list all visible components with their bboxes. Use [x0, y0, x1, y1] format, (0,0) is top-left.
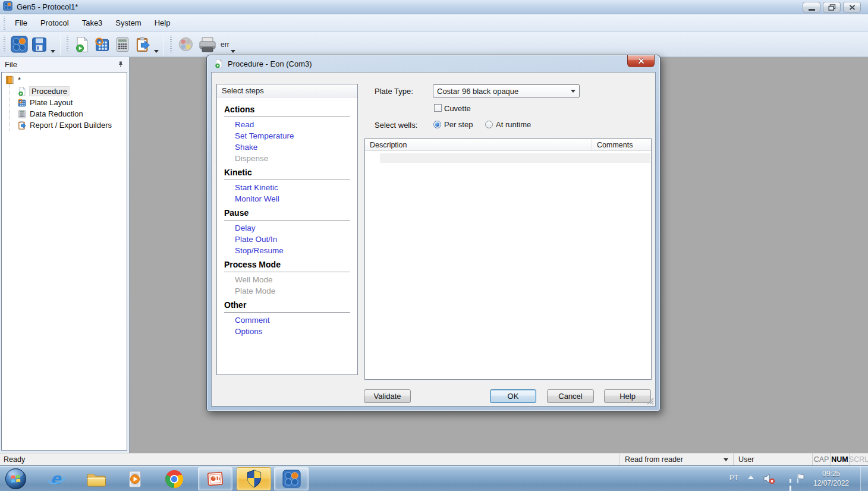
column-comments: Comments — [592, 139, 651, 150]
internet-explorer-icon: e — [46, 469, 67, 489]
step-set-temperature[interactable]: Set Temperature — [224, 130, 350, 141]
print-dropdown-caret[interactable] — [231, 50, 235, 53]
menu-help[interactable]: Help — [148, 17, 177, 30]
radio-button-icon — [433, 121, 441, 128]
cancel-button[interactable]: Cancel — [547, 389, 594, 403]
section-actions: Actions — [224, 105, 350, 115]
data-reduction-button[interactable] — [112, 34, 133, 55]
step-comment[interactable]: Comment — [224, 314, 350, 326]
procedure-doc-icon — [74, 36, 90, 53]
calculator-icon — [114, 36, 131, 53]
menu-file[interactable]: File — [8, 17, 34, 30]
restore-button[interactable] — [823, 2, 841, 12]
status-user-label: User — [738, 455, 754, 464]
sidebar-item-label: Data Reduction — [30, 109, 83, 118]
tray-clock[interactable]: 09:25 12/07/2022 — [805, 469, 857, 488]
plate-type-value: Costar 96 black opaque — [437, 87, 518, 96]
plate-type-select[interactable]: Costar 96 black opaque — [433, 84, 580, 97]
views-dropdown-caret[interactable] — [154, 50, 159, 53]
svg-text:e: e — [51, 470, 62, 487]
section-rule — [224, 220, 350, 221]
window-controls — [803, 2, 861, 12]
toolbar: err — [0, 32, 868, 57]
radio-per-step[interactable]: Per step — [433, 120, 473, 129]
menu-take3[interactable]: Take3 — [76, 17, 109, 30]
plate-type-label: Plate Type: — [375, 87, 413, 96]
save-button[interactable] — [29, 34, 49, 55]
toolbar-grip — [170, 36, 172, 53]
new-protocol-button[interactable] — [9, 34, 29, 55]
sidebar-item-report-export[interactable]: Report / Export Builders — [2, 119, 127, 131]
tray-time: 09:25 — [805, 469, 857, 479]
reader-select[interactable]: Read from reader — [619, 454, 733, 465]
minimize-icon — [809, 9, 815, 11]
sidebar-item-procedure[interactable]: Procedure — [2, 86, 127, 97]
sidebar-item-plate-layout[interactable]: Plate Layout — [2, 97, 127, 108]
step-plate-out-in[interactable]: Plate Out/In — [224, 234, 350, 245]
menu-system[interactable]: System — [109, 17, 147, 30]
dialog-titlebar: Procedure - Eon (Com3) — [207, 55, 660, 72]
menu-protocol[interactable]: Protocol — [34, 17, 76, 30]
tree-root[interactable]: * — [2, 74, 127, 86]
minimize-button[interactable] — [803, 2, 820, 12]
network-signal-icon[interactable] — [790, 474, 792, 491]
reader-select-value: Read from reader — [625, 455, 683, 464]
powerpoint-taskbar-button[interactable] — [198, 467, 232, 490]
select-wells-label: Select wells: — [375, 121, 417, 130]
export-clipboard-icon — [134, 36, 151, 53]
section-process-mode: Process Mode — [224, 260, 350, 270]
language-indicator[interactable]: PT — [729, 474, 738, 482]
steps-table: Description Comments — [364, 139, 652, 380]
step-monitor-well[interactable]: Monitor Well — [224, 193, 350, 204]
media-player-button[interactable] — [125, 470, 144, 490]
step-options[interactable]: Options — [224, 326, 350, 337]
tray-date: 12/07/2022 — [805, 479, 857, 488]
reader-plate-icon — [178, 36, 194, 52]
internet-explorer-button[interactable]: e — [46, 469, 67, 490]
column-description: Description — [365, 139, 592, 150]
step-delay[interactable]: Delay — [224, 222, 350, 234]
chrome-button[interactable] — [165, 470, 184, 490]
resize-grip[interactable] — [646, 397, 654, 405]
folder-icon — [86, 470, 107, 488]
step-shake[interactable]: Shake — [224, 141, 350, 153]
report-export-button[interactable] — [133, 34, 153, 55]
close-button[interactable] — [843, 2, 861, 12]
uac-shield-taskbar-button[interactable] — [237, 467, 271, 490]
dialog-close-button[interactable] — [627, 55, 655, 67]
windows-start-icon — [4, 467, 27, 490]
security-shield-icon — [246, 470, 262, 488]
chevron-up-icon[interactable] — [748, 476, 754, 479]
cuvette-checkbox[interactable] — [434, 104, 442, 112]
pin-icon[interactable] — [117, 60, 124, 68]
gen5-plate-icon — [11, 36, 28, 53]
step-start-kinetic[interactable]: Start Kinetic — [224, 182, 350, 193]
save-dropdown-caret[interactable] — [51, 50, 55, 53]
procedure-button[interactable] — [72, 34, 92, 55]
ok-button[interactable]: OK — [490, 389, 536, 403]
step-read[interactable]: Read — [224, 119, 350, 130]
plate-layout-button[interactable] — [92, 34, 112, 55]
sidebar-item-label: Report / Export Builders — [30, 121, 112, 130]
menubar-grip — [4, 17, 5, 30]
gen5-taskbar-button[interactable] — [274, 467, 309, 490]
validate-button[interactable]: Validate — [364, 389, 411, 403]
volume-muted-icon[interactable] — [763, 473, 775, 486]
sidebar-item-data-reduction[interactable]: Data Reduction — [2, 108, 127, 119]
start-button[interactable] — [4, 467, 27, 491]
file-panel-title: File — [5, 60, 117, 69]
file-explorer-button[interactable] — [86, 470, 107, 490]
print-button[interactable] — [196, 34, 219, 55]
media-player-icon — [125, 470, 144, 489]
printer-error-label: err — [221, 40, 229, 49]
status-user: User — [733, 454, 812, 465]
help-button[interactable]: Help — [604, 389, 651, 403]
cuvette-label: Cuvette — [444, 104, 471, 113]
close-icon — [637, 58, 645, 64]
calculator-icon — [17, 109, 27, 119]
radio-at-runtime[interactable]: At runtime — [485, 120, 531, 129]
plate-layout-icon — [17, 98, 27, 108]
step-stop-resume[interactable]: Stop/Resume — [224, 245, 350, 256]
show-desktop-button[interactable] — [860, 466, 868, 491]
reader-plate-button[interactable] — [175, 34, 196, 55]
